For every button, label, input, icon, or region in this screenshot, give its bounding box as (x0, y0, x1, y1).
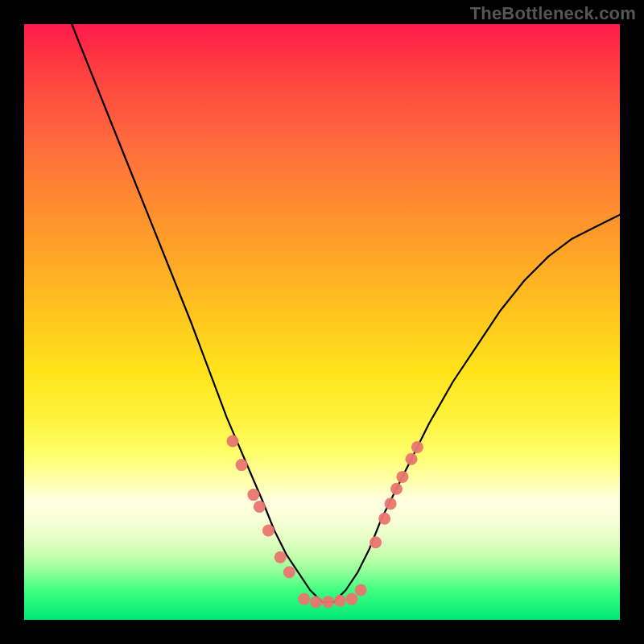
data-marker (262, 525, 275, 537)
curve-path (72, 24, 620, 602)
data-marker (355, 584, 367, 597)
data-marker (346, 593, 358, 605)
data-marker (411, 441, 423, 453)
data-marker (298, 593, 310, 605)
curve-line (72, 24, 620, 602)
chart-frame: TheBottleneck.com (0, 0, 644, 644)
data-marker (334, 595, 346, 607)
data-marker (227, 436, 239, 448)
data-marker (390, 483, 402, 495)
data-marker (247, 489, 259, 501)
plot-area (24, 24, 620, 620)
chart-svg (24, 24, 620, 620)
data-marker (310, 596, 322, 608)
data-marker (236, 459, 248, 471)
data-marker (254, 501, 266, 513)
data-marker (275, 551, 287, 564)
data-marker (378, 513, 390, 525)
data-marker (322, 596, 334, 608)
data-marker (385, 497, 397, 510)
marker-group (227, 436, 423, 609)
data-marker (283, 566, 295, 578)
data-marker (369, 536, 382, 548)
watermark-text: TheBottleneck.com (470, 3, 636, 24)
data-marker (396, 471, 408, 483)
data-marker (406, 453, 418, 465)
